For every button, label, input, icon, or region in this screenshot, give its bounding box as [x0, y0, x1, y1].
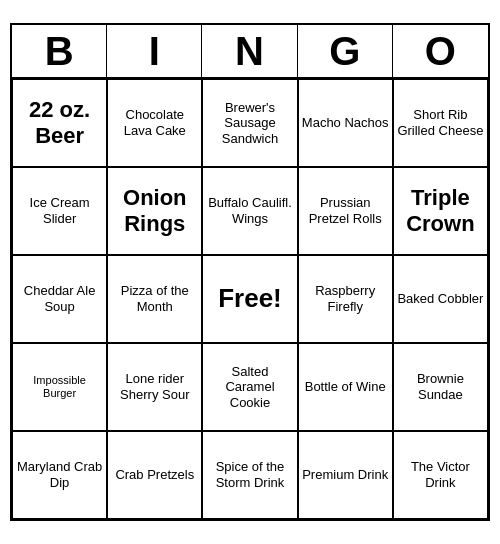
bingo-cell[interactable]: Chocolate Lava Cake: [107, 79, 202, 167]
bingo-cell[interactable]: The Victor Drink: [393, 431, 488, 519]
bingo-cell[interactable]: Salted Caramel Cookie: [202, 343, 297, 431]
bingo-cell[interactable]: Ice Cream Slider: [12, 167, 107, 255]
bingo-cell[interactable]: Raspberry Firefly: [298, 255, 393, 343]
bingo-cell[interactable]: Bottle of Wine: [298, 343, 393, 431]
bingo-cell[interactable]: Baked Cobbler: [393, 255, 488, 343]
bingo-cell[interactable]: Spice of the Storm Drink: [202, 431, 297, 519]
header-letter: N: [202, 25, 297, 77]
bingo-grid: 22 oz. BeerChocolate Lava CakeBrewer's S…: [12, 79, 488, 519]
bingo-cell[interactable]: Prussian Pretzel Rolls: [298, 167, 393, 255]
bingo-cell[interactable]: 22 oz. Beer: [12, 79, 107, 167]
bingo-cell[interactable]: Brewer's Sausage Sandwich: [202, 79, 297, 167]
header-letter: O: [393, 25, 488, 77]
bingo-cell[interactable]: Crab Pretzels: [107, 431, 202, 519]
bingo-cell[interactable]: Onion Rings: [107, 167, 202, 255]
bingo-header: BINGO: [12, 25, 488, 79]
header-letter: I: [107, 25, 202, 77]
header-letter: B: [12, 25, 107, 77]
bingo-cell[interactable]: Premium Drink: [298, 431, 393, 519]
bingo-card: BINGO 22 oz. BeerChocolate Lava CakeBrew…: [10, 23, 490, 521]
bingo-cell[interactable]: Impossible Burger: [12, 343, 107, 431]
bingo-cell[interactable]: Pizza of the Month: [107, 255, 202, 343]
bingo-cell[interactable]: Cheddar Ale Soup: [12, 255, 107, 343]
bingo-cell[interactable]: Maryland Crab Dip: [12, 431, 107, 519]
bingo-cell[interactable]: Triple Crown: [393, 167, 488, 255]
bingo-cell[interactable]: Lone rider Sherry Sour: [107, 343, 202, 431]
header-letter: G: [298, 25, 393, 77]
bingo-cell[interactable]: Short Rib Grilled Cheese: [393, 79, 488, 167]
bingo-cell[interactable]: Buffalo Caulifl. Wings: [202, 167, 297, 255]
bingo-cell[interactable]: Brownie Sundae: [393, 343, 488, 431]
bingo-cell[interactable]: Free!: [202, 255, 297, 343]
bingo-cell[interactable]: Macho Nachos: [298, 79, 393, 167]
